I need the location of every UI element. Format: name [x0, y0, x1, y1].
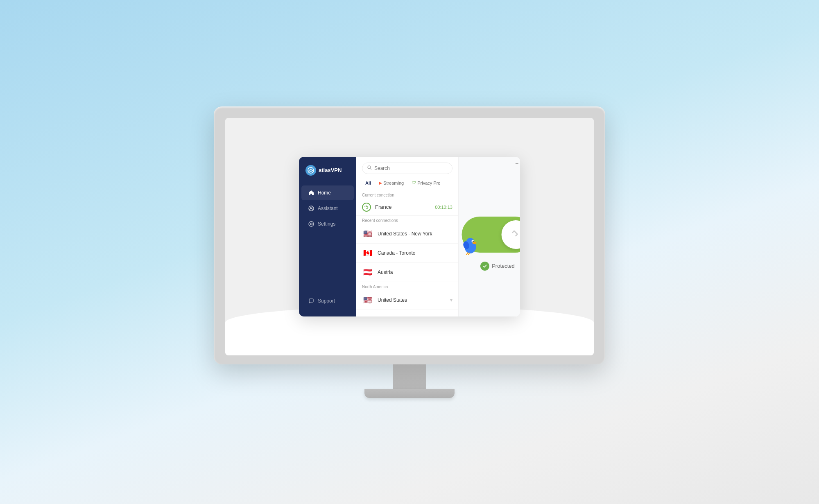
- window-controls: − ×: [459, 157, 520, 168]
- server-list: Current conection France: [356, 190, 458, 316]
- sidebar-item-assistant-label: Assistant: [318, 206, 338, 211]
- list-item[interactable]: 🇺🇸 United States ▾: [356, 291, 458, 310]
- monitor-bezel: atlasVPN Home: [214, 106, 605, 364]
- sidebar-item-assistant[interactable]: Assistant: [301, 201, 354, 216]
- streaming-play-icon: ▶: [379, 181, 382, 185]
- list-item[interactable]: 🇦🇹 Austria: [356, 263, 458, 282]
- home-icon: [308, 190, 314, 196]
- power-icon: [362, 203, 371, 212]
- bird-left: [460, 230, 481, 255]
- server-name-austria: Austria: [378, 269, 452, 275]
- app-window: atlasVPN Home: [299, 157, 520, 316]
- search-bar: [356, 157, 458, 177]
- flag-us-2: 🇺🇸: [362, 294, 373, 306]
- svg-point-3: [309, 221, 314, 226]
- current-server-name: France: [375, 204, 431, 210]
- filter-tab-privacy-pro-label: Privacy Pro: [417, 181, 440, 185]
- sidebar-item-support-label: Support: [318, 298, 335, 304]
- protected-status: Protected: [480, 262, 515, 271]
- privacy-shield-icon: 🛡: [412, 181, 416, 185]
- right-panel: − ×: [459, 157, 520, 316]
- svg-point-2: [310, 207, 312, 208]
- server-name-ca-toronto: Canada - Toronto: [378, 250, 452, 256]
- app-logo: atlasVPN: [299, 165, 356, 185]
- main-content: All ▶ Streaming 🛡 Privacy Pro: [356, 157, 520, 316]
- sidebar-item-settings[interactable]: Settings: [301, 217, 354, 231]
- sidebar-support: Support: [299, 294, 356, 308]
- filter-tab-privacy-pro[interactable]: 🛡 Privacy Pro: [409, 179, 443, 187]
- server-name-us: United States: [378, 297, 446, 303]
- flag-ca: 🇨🇦: [362, 247, 373, 259]
- current-connection-item[interactable]: France 00:10:13: [356, 199, 458, 216]
- checkmark-icon: [480, 262, 489, 271]
- minimize-button[interactable]: −: [514, 160, 520, 167]
- list-item[interactable]: 🇨🇦 Canada - Toronto: [356, 244, 458, 263]
- connection-timer: 00:10:13: [435, 205, 452, 210]
- monitor-screen: atlasVPN Home: [225, 118, 594, 355]
- sidebar: atlasVPN Home: [299, 157, 356, 316]
- sidebar-item-home[interactable]: Home: [301, 185, 354, 200]
- filter-tab-streaming-label: Streaming: [383, 181, 404, 185]
- filter-tab-all[interactable]: All: [362, 179, 374, 187]
- search-input-wrap[interactable]: [362, 163, 452, 174]
- monitor-wrapper: atlasVPN Home: [214, 106, 605, 398]
- svg-point-10: [473, 240, 474, 242]
- toggle-track: [462, 217, 520, 253]
- assistant-icon: [308, 205, 314, 212]
- protected-label: Protected: [492, 263, 515, 269]
- monitor-stand-neck: [393, 364, 426, 389]
- north-america-label: North America: [356, 282, 458, 291]
- svg-line-12: [466, 253, 468, 255]
- flag-us: 🇺🇸: [362, 228, 373, 240]
- logo-icon: [305, 165, 316, 176]
- sidebar-item-support[interactable]: Support: [301, 294, 354, 308]
- screen-background: atlasVPN Home: [225, 118, 594, 355]
- search-input[interactable]: [374, 165, 447, 171]
- sidebar-item-home-label: Home: [318, 190, 331, 196]
- flag-at: 🇦🇹: [362, 267, 373, 278]
- list-item[interactable]: 🇺🇸 United States - New York: [356, 224, 458, 244]
- vpn-toggle-visual[interactable]: [459, 214, 520, 255]
- settings-icon: [308, 221, 314, 227]
- logo-text: atlasVPN: [319, 167, 342, 173]
- search-icon: [367, 165, 372, 171]
- svg-point-5: [368, 166, 371, 169]
- sidebar-item-settings-label: Settings: [318, 221, 335, 227]
- filter-tab-streaming[interactable]: ▶ Streaming: [376, 179, 407, 187]
- recent-connections-label: Recent connections: [356, 216, 458, 224]
- monitor-stand-base: [364, 389, 455, 398]
- server-name-us-ny: United States - New York: [378, 231, 452, 237]
- connection-status-area: Protected: [459, 168, 520, 316]
- expand-chevron-icon: ▾: [450, 297, 452, 303]
- svg-line-13: [468, 253, 470, 255]
- filter-tabs: All ▶ Streaming 🛡 Privacy Pro: [356, 177, 458, 190]
- svg-point-4: [310, 223, 312, 225]
- toggle-knob: [502, 220, 520, 249]
- server-panel: All ▶ Streaming 🛡 Privacy Pro: [356, 157, 459, 316]
- sidebar-nav: Home Assistant: [299, 185, 356, 294]
- support-icon: [308, 298, 314, 304]
- current-connection-label: Current conection: [356, 190, 458, 199]
